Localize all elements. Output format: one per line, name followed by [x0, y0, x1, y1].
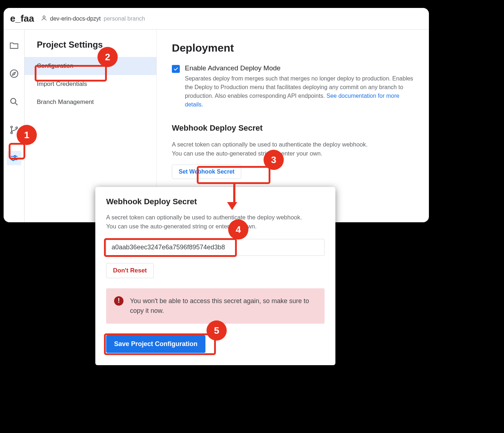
page-title: Deployment — [172, 42, 414, 54]
branch-name: dev-erin-docs-dpzyt — [50, 16, 101, 22]
svg-point-1 — [10, 70, 18, 78]
callout-badge-3: 3 — [264, 150, 284, 170]
callout-badge-4: 4 — [228, 219, 248, 240]
panel-title: Project Settings — [25, 40, 156, 57]
search-icon[interactable] — [7, 95, 21, 109]
user-icon — [41, 15, 47, 23]
folder-icon[interactable] — [7, 38, 21, 53]
compass-icon[interactable] — [7, 66, 21, 81]
svg-point-3 — [10, 126, 12, 128]
svg-point-4 — [10, 132, 12, 134]
advanced-deploy-row: Enable Advanced Deploy Mode Separates de… — [172, 64, 414, 109]
set-webhook-secret-button[interactable]: Set Webhook Secret — [172, 165, 241, 179]
settings-sliders-icon[interactable] — [7, 151, 21, 165]
webhook-secret-input[interactable] — [106, 239, 325, 256]
advanced-deploy-text: Enable Advanced Deploy Mode Separates de… — [185, 64, 414, 109]
sidebar-item-configuration[interactable]: Configuration — [25, 57, 156, 75]
warning-banner: ! You won't be able to access this secre… — [106, 288, 325, 324]
webhook-description: A secret token can optionally be used to… — [172, 140, 414, 158]
callout-badge-2: 2 — [97, 47, 118, 67]
webhook-section-title: Webhook Deploy Secret — [172, 123, 414, 133]
save-project-configuration-button[interactable]: Save Project Configuration — [106, 335, 205, 353]
top-bar: e_faa dev-erin-docs-dpzyt personal branc… — [4, 8, 429, 30]
sidebar-item-branch-management[interactable]: Branch Management — [25, 93, 156, 111]
sidebar-item-import-credentials[interactable]: Import Credentials — [25, 75, 156, 93]
dont-reset-button[interactable]: Don't Reset — [106, 263, 154, 278]
checkbox-label: Enable Advanced Deploy Mode — [185, 64, 414, 72]
brand-logo: e_faa — [10, 13, 34, 24]
svg-point-2 — [10, 99, 16, 104]
callout-badge-5: 5 — [207, 320, 227, 341]
svg-point-6 — [14, 156, 16, 157]
callout-badge-1: 1 — [17, 125, 37, 145]
modal-title: Webhook Deploy Secret — [106, 197, 325, 206]
branch-selector[interactable]: dev-erin-docs-dpzyt personal branch — [41, 15, 145, 23]
warning-text: You won't be able to access this secret … — [130, 296, 317, 316]
warning-icon: ! — [114, 296, 123, 306]
callout-arrow — [231, 184, 237, 210]
checkbox-description: Separates deploy from merges such that m… — [185, 74, 414, 109]
svg-point-0 — [43, 16, 45, 18]
advanced-deploy-checkbox[interactable] — [172, 65, 180, 73]
branch-type-label: personal branch — [104, 16, 145, 22]
svg-point-7 — [12, 159, 14, 161]
modal-description: A secret token can optionally be used to… — [106, 213, 325, 231]
svg-point-5 — [16, 127, 17, 129]
